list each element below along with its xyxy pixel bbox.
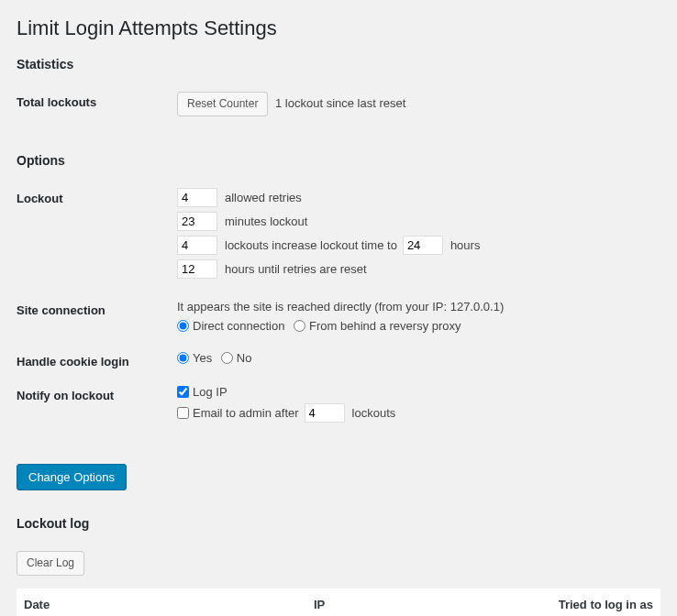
log-ip-label: Log IP — [193, 385, 228, 399]
reset-counter-button[interactable]: Reset Counter — [177, 92, 268, 116]
cookie-no-label: No — [237, 351, 252, 365]
direct-connection-label: Direct connection — [193, 319, 284, 333]
col-ip: IP — [306, 588, 467, 616]
retries-input[interactable] — [177, 188, 217, 207]
email-admin-text: Email to admin after — [193, 406, 299, 420]
change-options-button[interactable]: Change Options — [17, 464, 127, 490]
log-ip-checkbox[interactable] — [177, 386, 189, 398]
direct-connection-radio[interactable] — [177, 320, 189, 332]
proxy-connection-label: From behind a reversy proxy — [309, 319, 461, 333]
clear-log-button[interactable]: Clear Log — [17, 551, 84, 576]
email-lockouts-input[interactable] — [305, 403, 345, 423]
minutes-input[interactable] — [177, 212, 217, 231]
cookie-no-radio[interactable] — [221, 352, 233, 364]
increase-hours-text: hours — [450, 238, 481, 252]
total-lockouts-label: Total lockouts — [17, 92, 177, 133]
cookie-login-label: Handle cookie login — [17, 351, 177, 385]
cookie-yes-label: Yes — [193, 351, 212, 365]
minutes-text: minutes lockout — [225, 214, 307, 228]
lockout-since-text: 1 lockout since last reset — [275, 96, 405, 110]
site-connection-label: Site connection — [17, 300, 177, 351]
lockout-log-heading: Lockout log — [17, 516, 660, 531]
email-lockouts-suffix: lockouts — [352, 406, 396, 420]
increase-text: lockouts increase lockout time to — [225, 238, 397, 252]
increase-count-input[interactable] — [177, 236, 217, 255]
cookie-yes-radio[interactable] — [177, 352, 189, 364]
statistics-heading: Statistics — [17, 57, 660, 72]
reset-hours-input[interactable] — [177, 259, 217, 279]
options-heading: Options — [17, 153, 660, 168]
col-tried: Tried to log in as — [467, 588, 660, 616]
page-title: Limit Login Attempts Settings — [17, 16, 660, 40]
increase-hours-input[interactable] — [403, 236, 443, 255]
lockout-label: Lockout — [17, 188, 177, 300]
notify-label: Notify on lockout — [17, 385, 177, 444]
retries-text: allowed retries — [225, 191, 302, 204]
proxy-connection-radio[interactable] — [294, 320, 305, 332]
col-date: Date — [17, 588, 306, 616]
reset-hours-text: hours until retries are reset — [225, 262, 367, 276]
email-admin-checkbox[interactable] — [177, 407, 189, 419]
site-connection-hint: It appears the site is reached directly … — [177, 300, 660, 314]
